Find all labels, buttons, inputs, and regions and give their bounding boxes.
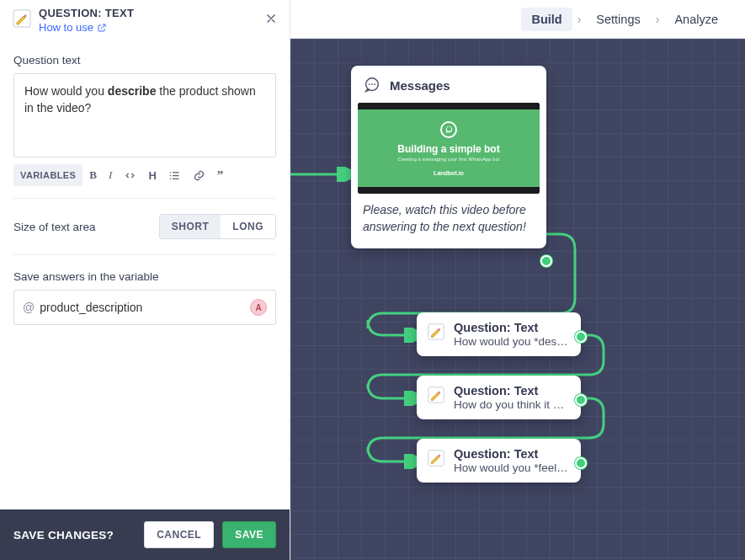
video-title: Building a simple bot [397,143,499,155]
question-node-2[interactable]: Question: Text How do you think it … [417,376,581,419]
bold-button[interactable]: B [84,164,102,186]
q3-title: Question: Text [454,447,568,461]
q2-title: Question: Text [454,384,564,397]
nav-build[interactable]: Build [521,8,572,31]
cancel-button[interactable]: CANCEL [144,521,214,548]
rich-text-toolbar: VARIABLES B I H ” [13,164,276,199]
panel-header: QUESTION: TEXT How to use [0,0,290,39]
nav-settings[interactable]: Settings [586,8,650,31]
q3-desc: How would you *feel… [454,461,568,474]
video-subtitle: Creating a messaging your first WhatsApp… [398,157,500,162]
variable-at: @ [23,301,35,314]
top-nav: Build › Settings › Analyze [290,0,745,39]
close-icon [265,13,277,24]
heading-button[interactable]: H [143,164,161,186]
svg-point-1 [169,171,171,173]
messages-node[interactable]: Messages Building a simple bot Creating … [351,66,546,248]
how-to-use-label: How to use [39,21,93,34]
nav-analyze[interactable]: Analyze [664,8,728,31]
question-text-pre: How would you [24,84,108,98]
question-text-label: Question text [13,54,276,67]
variable-name: product_description [40,301,250,314]
nav-sep-2: › [656,13,660,26]
svg-point-2 [169,174,171,176]
question-node-1[interactable]: Question: Text How would you *des… [417,312,581,356]
size-segmented: SHORT LONG [159,214,276,239]
messages-icon [363,76,381,94]
question-text-bold: describe [108,84,157,98]
q1-title: Question: Text [454,321,568,334]
svg-point-6 [371,83,373,85]
svg-point-5 [369,83,370,85]
video-thumbnail[interactable]: Building a simple bot Creating a messagi… [358,103,540,194]
q2-out-port[interactable] [575,394,587,406]
question-node-3[interactable]: Question: Text How would you *feel… [417,439,581,483]
variables-button[interactable]: VARIABLES [13,164,82,186]
quote-button[interactable]: ” [212,164,229,186]
list-button[interactable] [163,164,186,186]
q3-out-port[interactable] [575,457,587,469]
size-row: Size of text area SHORT LONG [13,199,276,255]
messages-title: Messages [390,78,450,93]
q1-desc: How would you *des… [454,335,568,348]
save-changes-label: SAVE CHANGES? [13,529,114,541]
question-text-icon [427,323,445,341]
video-brand: Landbot.io [434,170,464,176]
q2-desc: How do you think it … [454,398,564,411]
question-text-input[interactable]: How would you describe the product shown… [13,73,276,157]
save-var-label: Save answers in the variable [13,270,276,283]
question-text-icon [12,8,32,29]
variable-input[interactable]: @ product_description A [13,290,276,325]
messages-out-port[interactable] [540,255,552,267]
code-button[interactable] [119,164,141,186]
how-to-use-link[interactable]: How to use [39,21,278,34]
italic-button[interactable]: I [104,164,117,186]
external-link-icon [97,23,107,33]
link-button[interactable] [188,164,210,186]
size-short-option[interactable]: SHORT [160,215,221,238]
size-label: Size of text area [13,221,96,233]
svg-point-3 [169,178,171,179]
question-text-icon [427,449,445,467]
flow-canvas[interactable]: Messages Building a simple bot Creating … [290,39,745,560]
svg-point-7 [374,83,375,85]
whatsapp-icon [440,121,457,138]
q1-out-port[interactable] [575,331,587,343]
panel-footer: SAVE CHANGES? CANCEL SAVE [0,509,290,560]
variable-type-chip: A [250,299,267,316]
save-button[interactable]: SAVE [222,521,276,548]
close-panel-button[interactable] [263,10,279,27]
question-text-icon [427,386,445,404]
editor-panel: QUESTION: TEXT How to use Question text … [0,0,290,560]
panel-title: QUESTION: TEXT [39,7,278,19]
messages-text: Please, watch this video before answerin… [351,194,546,248]
nav-sep-1: › [577,13,582,26]
size-long-option[interactable]: LONG [221,215,275,238]
